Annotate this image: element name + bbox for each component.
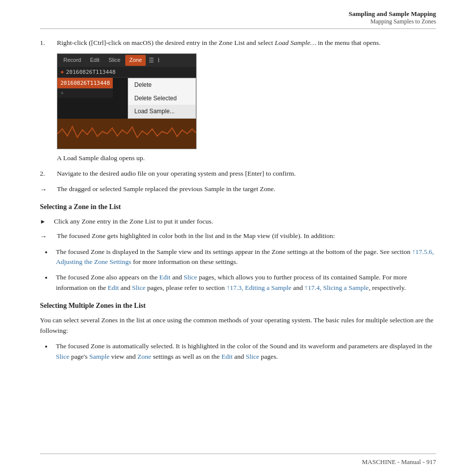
- arrow-symbol-2: →: [40, 231, 51, 242]
- tab-record: Record: [59, 55, 85, 66]
- section2-heading: Selecting Multiple Zones in the List: [40, 300, 436, 311]
- step-1-text: Right-click ([Ctrl]-click on macOS) the …: [57, 38, 436, 48]
- screenshot-file-row: ● 20160826T113448: [57, 67, 196, 78]
- step-1-italic: Load Sample…: [275, 39, 316, 46]
- footer-text: MASCHINE - Manual - 917: [362, 458, 436, 466]
- link-17-4[interactable]: ↑17.4, Slicing a Sample: [304, 284, 369, 291]
- tab-edit: Edit: [86, 55, 103, 66]
- triangle-text: Click any Zone entry in the Zone List to…: [54, 217, 213, 227]
- header-title: Sampling and Sample Mapping: [40, 10, 436, 18]
- link-slice-2[interactable]: Slice: [132, 284, 146, 291]
- filename-1: 20160826T113448: [66, 68, 115, 76]
- link-17-5-6[interactable]: ↑17.5.6, Adjusting the Zone Settings: [56, 248, 434, 266]
- record-dot: ●: [60, 67, 64, 77]
- link-sample-view[interactable]: Sample: [89, 353, 110, 360]
- arrow-item-2: → The focused Zone gets highlighted in c…: [40, 231, 436, 242]
- bullet-3: ▪ The focused Zone is automatically sele…: [40, 341, 436, 362]
- bullet-2-text: The focused Zone also appears on the Edi…: [56, 272, 436, 293]
- arrow-text-2: The focused Zone gets highlighted in col…: [57, 231, 436, 242]
- arrow-text: The dragged or selected Sample replaced …: [57, 184, 436, 195]
- link-slice-page-2[interactable]: Slice: [245, 353, 259, 360]
- content: 1. Right-click ([Ctrl]-click on macOS) t…: [40, 38, 436, 454]
- bullet-1-text: The focused Zone is displayed in the Sam…: [56, 247, 436, 268]
- screenshot-left: 20160826T113448 +: [57, 78, 113, 119]
- bullet-symbol-2: ▪: [45, 272, 52, 293]
- menu-item-delete[interactable]: Delete: [128, 78, 196, 92]
- header-subtitle: Mapping Samples to Zones: [40, 18, 436, 25]
- link-edit-2[interactable]: Edit: [108, 284, 119, 291]
- link-slice-page[interactable]: Slice: [56, 353, 69, 360]
- link-zone-settings[interactable]: Zone: [137, 353, 151, 360]
- arrow-item: → The dragged or selected Sample replace…: [40, 184, 436, 195]
- tab-zone[interactable]: Zone: [125, 55, 146, 66]
- triangle-item: ► Click any Zone entry in the Zone List …: [40, 217, 436, 227]
- screenshot-container: Record Edit Slice Zone ☰ ⌇ ● 20160826T11…: [57, 53, 436, 149]
- step-1-number: 1.: [40, 38, 51, 48]
- step-2-text: Navigate to the desired audio file on yo…: [57, 169, 436, 179]
- page-footer: MASCHINE - Manual - 917: [40, 454, 436, 466]
- menu-item-delete-selected[interactable]: Delete Selected: [128, 92, 196, 105]
- menu-icon: ☰: [149, 56, 154, 65]
- section1-heading: Selecting a Zone in the List: [40, 202, 436, 213]
- waveform-area: [57, 119, 196, 149]
- bullet-2: ▪ The focused Zone also appears on the E…: [40, 272, 436, 293]
- screenshot-body: 20160826T113448 + Delete Delete Selected…: [57, 78, 196, 119]
- step-2-number: 2.: [40, 169, 51, 179]
- link-edit-1[interactable]: Edit: [159, 273, 171, 281]
- menu-item-load-sample[interactable]: Load Sample...: [128, 105, 196, 118]
- link-edit-page[interactable]: Edit: [222, 353, 233, 360]
- arrow-symbol: →: [40, 184, 51, 195]
- highlighted-file-row: 20160826T113448: [57, 78, 113, 89]
- step-1: 1. Right-click ([Ctrl]-click on macOS) t…: [40, 38, 436, 48]
- screenshot: Record Edit Slice Zone ☰ ⌇ ● 20160826T11…: [57, 53, 197, 149]
- tab-slice: Slice: [104, 55, 124, 66]
- link-17-3[interactable]: ↑17.3, Editing a Sample: [227, 284, 291, 291]
- page: Sampling and Sample Mapping Mapping Samp…: [0, 0, 476, 476]
- waveform-svg: [57, 119, 196, 149]
- bullet-3-text: The focused Zone is automatically select…: [56, 341, 436, 362]
- context-menu: Delete Delete Selected Load Sample...: [128, 78, 196, 119]
- highlighted-filename: 20160826T113448: [60, 79, 110, 87]
- bullet-symbol-3: ▪: [45, 341, 52, 362]
- screenshot-caption: A Load Sample dialog opens up.: [57, 153, 436, 164]
- waveform-icon: ⌇: [157, 56, 160, 65]
- link-slice-1[interactable]: Slice: [184, 273, 197, 281]
- bullet-symbol-1: ▪: [45, 247, 52, 268]
- plus-button[interactable]: +: [57, 89, 113, 98]
- screenshot-tabs: Record Edit Slice Zone ☰ ⌇: [57, 54, 196, 67]
- bullet-1: ▪ The focused Zone is displayed in the S…: [40, 247, 436, 268]
- triangle-symbol: ►: [40, 217, 49, 227]
- page-header: Sampling and Sample Mapping Mapping Samp…: [40, 10, 436, 29]
- step-2: 2. Navigate to the desired audio file on…: [40, 169, 436, 179]
- section2-intro: You can select several Zones in the list…: [40, 315, 436, 336]
